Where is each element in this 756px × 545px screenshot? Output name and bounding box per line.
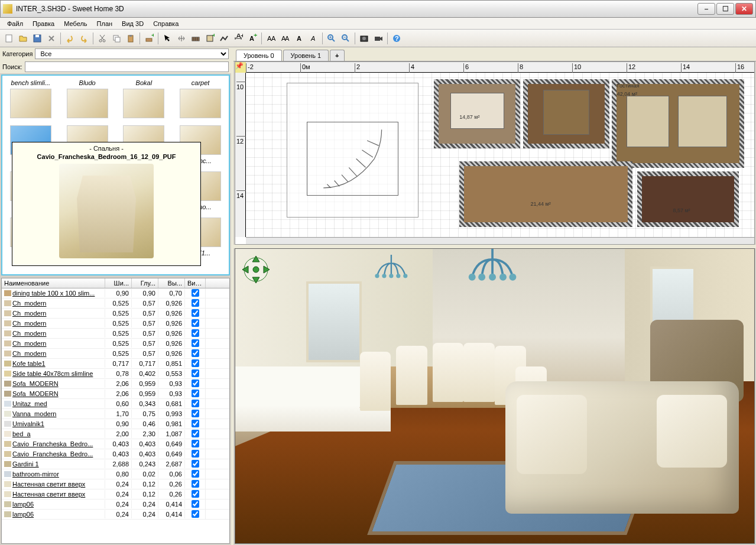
table-row[interactable]: Cavio_Francheska_Bedro...0,4030,4030,649 bbox=[2, 449, 229, 459]
visibility-checkbox[interactable] bbox=[192, 480, 199, 488]
tab-level-1[interactable]: Уровень 1 bbox=[283, 50, 329, 61]
visibility-checkbox[interactable] bbox=[192, 490, 199, 498]
table-row[interactable]: Ch_modern0,5250,570,926 bbox=[2, 349, 229, 359]
pan-icon[interactable] bbox=[175, 32, 188, 45]
visibility-checkbox[interactable] bbox=[192, 500, 199, 508]
open-icon[interactable] bbox=[17, 32, 30, 45]
maximize-button[interactable]: ☐ bbox=[716, 3, 734, 15]
table-row[interactable]: Kofe table10,7170,7170,851 bbox=[2, 359, 229, 369]
create-polyline-icon[interactable] bbox=[218, 32, 231, 45]
plan-view[interactable]: 📌 -20м246810121416 101214 bbox=[235, 61, 755, 245]
table-row[interactable]: bathroom-mirror0,800,020,06 bbox=[2, 469, 229, 479]
search-input[interactable] bbox=[25, 61, 229, 72]
catalog-item[interactable]: carpet bbox=[173, 77, 228, 121]
col-depth[interactable]: Глу... bbox=[132, 278, 158, 288]
visibility-checkbox[interactable] bbox=[192, 410, 199, 417]
table-row[interactable]: dining table 100 x 100 slim...0,900,900,… bbox=[2, 288, 229, 299]
menu-help[interactable]: Справка bbox=[148, 19, 183, 28]
visibility-checkbox[interactable] bbox=[192, 369, 199, 377]
visibility-checkbox[interactable] bbox=[192, 450, 199, 458]
create-text-icon[interactable]: A+ bbox=[246, 32, 259, 45]
visibility-checkbox[interactable] bbox=[192, 339, 199, 347]
preferences-icon[interactable] bbox=[45, 32, 58, 45]
visibility-checkbox[interactable] bbox=[192, 329, 199, 337]
catalog-item[interactable]: Bludo bbox=[60, 77, 115, 121]
photo-icon[interactable] bbox=[358, 32, 371, 45]
plan-canvas[interactable]: 14,87 м²Гостиная42,04 м²21,44 м²8,57 м² bbox=[246, 73, 754, 237]
plan-furniture[interactable] bbox=[627, 96, 670, 147]
tab-add-level[interactable]: + bbox=[330, 50, 344, 61]
category-select[interactable]: Все bbox=[35, 48, 229, 59]
minimize-button[interactable]: – bbox=[697, 3, 715, 15]
col-height[interactable]: Вы... bbox=[158, 278, 185, 288]
table-row[interactable]: Vanna_modern1,700,750,993 bbox=[2, 409, 229, 419]
close-button[interactable]: ✕ bbox=[735, 3, 753, 15]
menu-file[interactable]: Файл bbox=[2, 19, 28, 28]
table-row[interactable]: lamp060,240,240,414 bbox=[2, 499, 229, 510]
visibility-checkbox[interactable] bbox=[192, 359, 199, 367]
table-row[interactable]: Ch_modern0,5250,570,926 bbox=[2, 339, 229, 349]
create-dimensions-icon[interactable]: A+ bbox=[232, 32, 245, 45]
table-row[interactable]: Cavio_Francheska_Bedro...0,4030,4030,649 bbox=[2, 439, 229, 449]
table-row[interactable]: Umivalnik10,900,460,981 bbox=[2, 419, 229, 429]
visibility-checkbox[interactable] bbox=[192, 309, 199, 317]
visibility-checkbox[interactable] bbox=[192, 289, 199, 297]
table-row[interactable]: Gardini 12,6880,2432,687 bbox=[2, 459, 229, 469]
menu-plan[interactable]: План bbox=[92, 19, 118, 28]
catalog-item[interactable]: Bokal bbox=[117, 77, 171, 121]
copy-icon[interactable] bbox=[110, 32, 123, 45]
tab-level-0[interactable]: Уровень 0 bbox=[236, 50, 282, 61]
visibility-checkbox[interactable] bbox=[192, 420, 199, 427]
create-walls-icon[interactable] bbox=[189, 32, 202, 45]
table-row[interactable]: Ch_modern0,5250,570,926 bbox=[2, 319, 229, 329]
plan-room[interactable] bbox=[523, 79, 609, 148]
visibility-checkbox[interactable] bbox=[192, 319, 199, 327]
table-row[interactable]: Unitaz_med0,600,3430,681 bbox=[2, 399, 229, 409]
new-file-icon[interactable] bbox=[2, 32, 15, 45]
catalog-item[interactable]: bench slimli... bbox=[4, 77, 58, 121]
menu-furniture[interactable]: Мебель bbox=[59, 19, 92, 28]
3d-view[interactable] bbox=[235, 248, 755, 544]
visibility-checkbox[interactable] bbox=[192, 440, 199, 447]
select-icon[interactable] bbox=[161, 32, 174, 45]
create-rooms-icon[interactable]: + bbox=[203, 32, 216, 45]
plan-furniture[interactable] bbox=[450, 93, 504, 128]
zoom-in-icon[interactable] bbox=[325, 32, 338, 45]
paste-icon[interactable] bbox=[124, 32, 137, 45]
visibility-checkbox[interactable] bbox=[192, 430, 199, 437]
table-row[interactable]: Sofa_MODERN2,060,9590,93 bbox=[2, 389, 229, 399]
visibility-checkbox[interactable] bbox=[192, 349, 199, 357]
add-furniture-icon[interactable]: + bbox=[142, 32, 155, 45]
undo-icon[interactable] bbox=[63, 32, 76, 45]
plan-scrollbar-horizontal[interactable] bbox=[246, 237, 754, 244]
table-row[interactable]: Настенная светит вверх0,240,120,26 bbox=[2, 489, 229, 499]
increase-text-icon[interactable]: AA bbox=[264, 32, 277, 45]
menu-3dview[interactable]: Вид 3D bbox=[117, 19, 148, 28]
menu-edit[interactable]: Правка bbox=[28, 19, 59, 28]
plan-furniture[interactable] bbox=[678, 96, 727, 147]
plan-room[interactable] bbox=[637, 171, 739, 228]
zoom-out-icon[interactable] bbox=[339, 32, 352, 45]
cut-icon[interactable] bbox=[96, 32, 109, 45]
col-name[interactable]: Наименование bbox=[2, 278, 105, 288]
table-row[interactable]: lamp060,240,240,414 bbox=[2, 510, 229, 520]
table-header[interactable]: Наименование Ши... Глу... Вы... Види... bbox=[2, 278, 229, 288]
help-icon[interactable]: ? bbox=[390, 32, 403, 45]
visibility-checkbox[interactable] bbox=[192, 390, 199, 397]
furniture-table[interactable]: Наименование Ши... Глу... Вы... Види... … bbox=[1, 278, 230, 544]
redo-icon[interactable] bbox=[77, 32, 90, 45]
table-row[interactable]: bed_a2,002,301,087 bbox=[2, 429, 229, 439]
bold-icon[interactable]: A bbox=[293, 32, 306, 45]
col-visible[interactable]: Види... bbox=[185, 278, 206, 288]
visibility-checkbox[interactable] bbox=[192, 470, 199, 478]
video-icon[interactable] bbox=[372, 32, 385, 45]
plan-furniture[interactable] bbox=[543, 90, 589, 135]
table-row[interactable]: Ch_modern0,5250,570,926 bbox=[2, 329, 229, 339]
table-row[interactable]: Настенная светит вверх0,240,120,26 bbox=[2, 479, 229, 489]
save-icon[interactable] bbox=[31, 32, 44, 45]
table-row[interactable]: Sofa_MODERN2,060,9590,93 bbox=[2, 379, 229, 389]
decrease-text-icon[interactable]: AA bbox=[278, 32, 291, 45]
visibility-checkbox[interactable] bbox=[192, 379, 199, 387]
col-width[interactable]: Ши... bbox=[105, 278, 132, 288]
italic-icon[interactable]: A bbox=[307, 32, 320, 45]
